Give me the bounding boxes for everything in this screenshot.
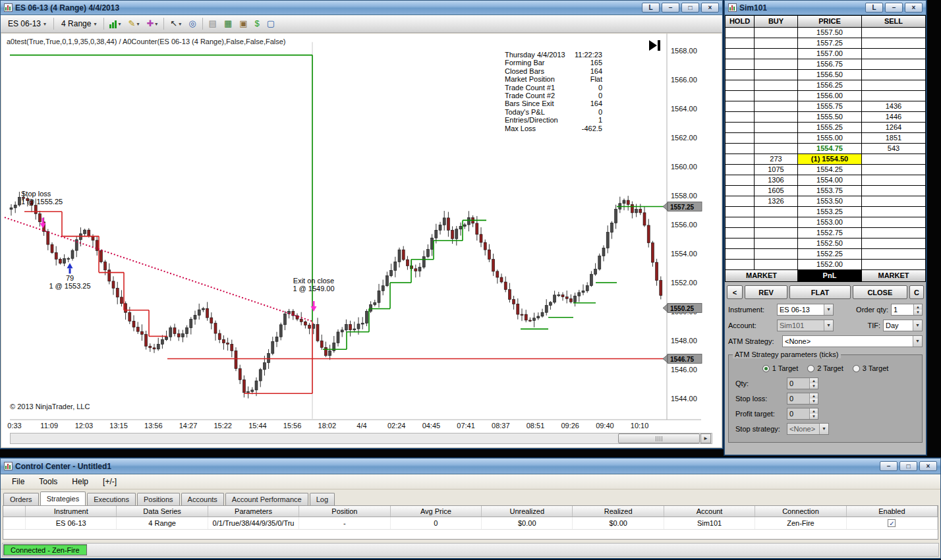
zoom-icon[interactable]: ◎ xyxy=(187,17,197,30)
scrollbar-thumb[interactable] xyxy=(618,434,700,443)
column-header-parameters[interactable]: Parameters xyxy=(208,506,299,517)
tab-account-performance[interactable]: Account Performance xyxy=(225,493,308,505)
menu-workspaces[interactable]: [+/-] xyxy=(97,476,123,488)
ladder-buy-cell[interactable] xyxy=(755,112,798,123)
radio-1-target[interactable]: 1 Target xyxy=(762,364,799,372)
cancel-orders-button[interactable]: C xyxy=(909,285,924,299)
close-button[interactable]: × xyxy=(919,461,937,471)
enabled-checkbox[interactable]: ✓ xyxy=(888,519,896,527)
ladder-sell-cell[interactable] xyxy=(862,249,926,260)
ladder-sell-cell[interactable] xyxy=(862,196,926,207)
chart-plot[interactable]: 1568.001566.001564.001562.001560.001558.… xyxy=(1,34,722,433)
tab-strategies[interactable]: Strategies xyxy=(40,491,86,505)
menu-file[interactable]: File xyxy=(6,476,30,488)
column-header-data-series[interactable]: Data Series xyxy=(117,506,208,517)
ladder-buy-cell[interactable] xyxy=(755,260,798,270)
strategy-row[interactable]: ES 06-134 Range0/1/True/38/44/9/35/0/Tru… xyxy=(3,517,938,530)
ladder-buy-cell[interactable] xyxy=(755,80,798,91)
ladder-buy-cell[interactable]: 1605 xyxy=(755,186,798,196)
ladder-buy-cell[interactable] xyxy=(755,123,798,133)
ladder-sell-cell[interactable] xyxy=(862,80,926,91)
spinner-buttons[interactable]: ▲▼ xyxy=(809,378,818,389)
pnl-display[interactable]: PnL xyxy=(798,270,862,282)
instrument-selector[interactable]: ES 06-13 ▾ xyxy=(5,17,49,30)
ladder-buy-cell[interactable]: 273 xyxy=(755,154,798,165)
column-header-connection[interactable]: Connection xyxy=(755,506,846,517)
spinner-buttons[interactable]: ▲▼ xyxy=(913,304,922,315)
ladder-sell-cell[interactable] xyxy=(862,70,926,80)
chevron-down-icon[interactable]: ▼ xyxy=(913,336,922,347)
ladder-buy-cell[interactable]: 1075 xyxy=(755,165,798,175)
cursor-icon[interactable]: ↖▾ xyxy=(169,17,183,30)
qty-input[interactable]: 0▲▼ xyxy=(787,378,818,389)
ladder-buy-cell[interactable] xyxy=(755,207,798,217)
dollar-icon[interactable]: $ xyxy=(253,17,260,30)
tab-orders[interactable]: Orders xyxy=(3,493,39,505)
column-header-position[interactable]: Position xyxy=(299,506,390,517)
spinner-buttons[interactable]: ▲▼ xyxy=(809,408,818,419)
column-header-avg-price[interactable]: Avg Price xyxy=(391,506,482,517)
dom-instrument-select[interactable]: ES 06-13 ▼ xyxy=(777,304,834,316)
ladder-buy-cell[interactable] xyxy=(755,49,798,59)
market-sell-button[interactable]: MARKET xyxy=(862,270,926,282)
minimize-button[interactable]: – xyxy=(880,461,898,471)
tab-accounts[interactable]: Accounts xyxy=(181,493,224,505)
ladder-sell-cell[interactable]: 1851 xyxy=(862,133,926,144)
ladder-sell-cell[interactable] xyxy=(862,228,926,238)
chevron-down-icon[interactable]: ▼ xyxy=(824,320,833,331)
ladder-buy-cell[interactable] xyxy=(755,59,798,70)
dom-titlebar[interactable]: Sim101 L – × xyxy=(725,1,926,15)
maximize-button[interactable]: □ xyxy=(899,461,917,471)
ladder-sell-cell[interactable] xyxy=(862,28,926,38)
panels-icon[interactable]: ▤ xyxy=(208,17,218,30)
ladder-sell-cell[interactable] xyxy=(862,238,926,249)
tab-log[interactable]: Log xyxy=(310,493,335,505)
shrink-button[interactable]: < xyxy=(727,285,743,299)
ladder-buy-cell[interactable] xyxy=(755,217,798,228)
indicators-icon[interactable]: ✚▾ xyxy=(145,17,159,30)
draw-tools-icon[interactable]: ✎▾ xyxy=(127,17,140,30)
spinner-buttons[interactable]: ▲▼ xyxy=(809,393,818,404)
ladder-sell-cell[interactable]: 543 xyxy=(862,144,926,154)
radio-3-target[interactable]: 3 Target xyxy=(853,364,889,372)
chart-titlebar[interactable]: ES 06-13 (4 Range) 4/4/2013 L – □ × xyxy=(1,1,722,15)
market-buy-button[interactable]: MARKET xyxy=(726,270,798,282)
link-button[interactable]: L xyxy=(865,3,883,13)
ladder-buy-cell[interactable] xyxy=(755,101,798,112)
spin-up-icon[interactable]: ▲ xyxy=(914,304,922,310)
ladder-sell-cell[interactable] xyxy=(862,49,926,59)
ladder-sell-cell[interactable] xyxy=(862,91,926,101)
column-header-realized[interactable]: Realized xyxy=(573,506,664,517)
snapshot-icon[interactable]: ▣ xyxy=(238,17,248,30)
ladder-sell-cell[interactable] xyxy=(862,207,926,217)
ladder-buy-cell[interactable]: 1306 xyxy=(755,175,798,186)
tab-positions[interactable]: Positions xyxy=(137,493,180,505)
close-button[interactable]: × xyxy=(701,3,719,13)
link-button[interactable]: L xyxy=(642,3,660,13)
radio-2-target[interactable]: 2 Target xyxy=(807,364,843,372)
close-button[interactable]: × xyxy=(905,3,923,13)
chevron-down-icon[interactable]: ▼ xyxy=(824,304,833,315)
ladder-buy-cell[interactable]: 1326 xyxy=(755,196,798,207)
ladder-buy-cell[interactable] xyxy=(755,133,798,144)
ladder-buy-cell[interactable] xyxy=(755,144,798,154)
order-qty-input[interactable]: 1 ▲▼ xyxy=(891,304,923,316)
ladder-buy-cell[interactable] xyxy=(755,38,798,49)
ladder-buy-cell[interactable] xyxy=(755,249,798,260)
flat-button[interactable]: FLAT xyxy=(789,285,850,299)
ladder-sell-cell[interactable]: 1436 xyxy=(862,101,926,112)
column-header-unrealized[interactable]: Unrealized xyxy=(482,506,573,517)
ladder-buy-cell[interactable] xyxy=(755,28,798,38)
ladder-sell-cell[interactable] xyxy=(862,217,926,228)
minimize-button[interactable]: – xyxy=(662,3,679,13)
ladder-buy-cell[interactable] xyxy=(755,70,798,80)
chart-scrollbar[interactable]: ► xyxy=(10,433,712,444)
minimize-button[interactable]: – xyxy=(885,3,903,13)
menu-help[interactable]: Help xyxy=(66,476,94,488)
window-icon[interactable]: ▢ xyxy=(266,17,276,30)
column-header-instrument[interactable]: Instrument xyxy=(26,506,117,517)
range-selector[interactable]: 4 Range ▾ xyxy=(58,17,100,30)
stop-loss-input[interactable]: 0▲▼ xyxy=(787,393,818,405)
column-header-enabled[interactable]: Enabled xyxy=(847,506,938,517)
ladder-sell-cell[interactable] xyxy=(862,165,926,175)
